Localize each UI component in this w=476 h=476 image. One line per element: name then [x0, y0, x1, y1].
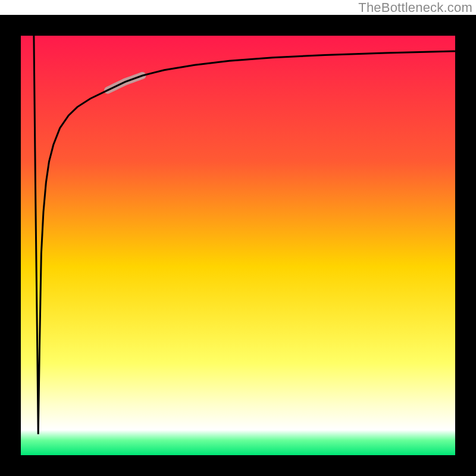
chart-container: TheBottleneck.com — [0, 0, 476, 476]
watermark-text: TheBottleneck.com — [358, 0, 472, 15]
plot-background — [21, 36, 455, 455]
bottleneck-chart — [0, 15, 476, 476]
